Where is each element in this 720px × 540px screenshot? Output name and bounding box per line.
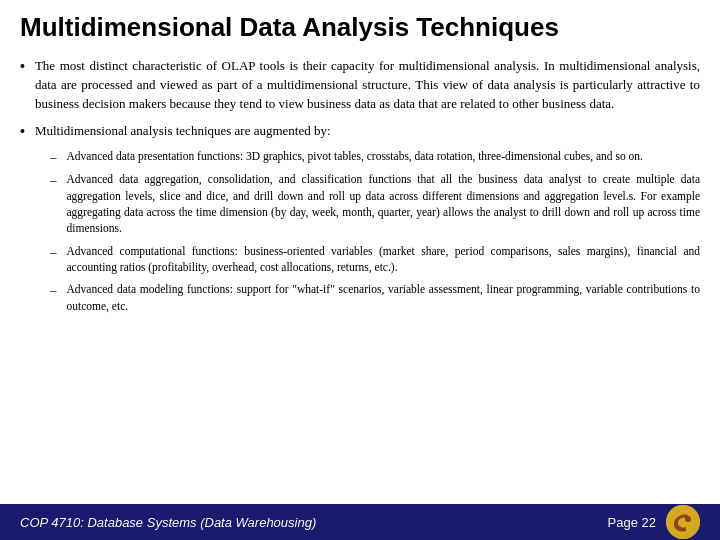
svg-point-0	[666, 505, 700, 539]
footer-logo	[666, 505, 700, 539]
sub-bullet-3: –Advanced computational functions: busin…	[50, 243, 700, 276]
sub-bullet-3-text: Advanced computational functions: busine…	[67, 243, 701, 276]
sub-bullet-3-dash: –	[50, 244, 57, 260]
svg-point-1	[685, 516, 691, 522]
logo-svg	[666, 505, 700, 539]
footer: COP 4710: Database Systems (Data Warehou…	[0, 504, 720, 540]
sub-bullet-2: –Advanced data aggregation, consolidatio…	[50, 171, 700, 236]
footer-right-group: Page 22	[608, 505, 700, 539]
bullet-2: • Multidimensional analysis techniques a…	[20, 122, 700, 141]
bullet-1-text: The most distinct characteristic of OLAP…	[35, 57, 700, 114]
bullet-1-dot: •	[20, 59, 25, 75]
sub-bullet-4-text: Advanced data modeling functions: suppor…	[67, 281, 701, 314]
footer-page: Page 22	[608, 515, 656, 530]
bullet-1: • The most distinct characteristic of OL…	[20, 57, 700, 114]
sub-bullets: –Advanced data presentation functions: 3…	[50, 148, 700, 314]
sub-bullet-1-text: Advanced data presentation functions: 3D…	[67, 148, 643, 164]
sub-bullet-1-dash: –	[50, 149, 57, 165]
bullet-2-text: Multidimensional analysis techniques are…	[35, 122, 331, 141]
sub-bullet-4: –Advanced data modeling functions: suppo…	[50, 281, 700, 314]
sub-bullet-2-text: Advanced data aggregation, consolidation…	[67, 171, 701, 236]
slide-container: Multidimensional Data Analysis Technique…	[0, 0, 720, 540]
sub-bullet-2-dash: –	[50, 172, 57, 188]
bullet-2-dot: •	[20, 124, 25, 140]
footer-left-text: COP 4710: Database Systems (Data Warehou…	[20, 515, 316, 530]
footer-content: COP 4710: Database Systems (Data Warehou…	[20, 505, 700, 539]
slide-title: Multidimensional Data Analysis Technique…	[20, 12, 559, 42]
title-bar: Multidimensional Data Analysis Technique…	[0, 0, 720, 51]
content-area: • The most distinct characteristic of OL…	[0, 51, 720, 504]
sub-bullet-1: –Advanced data presentation functions: 3…	[50, 148, 700, 165]
sub-bullet-4-dash: –	[50, 282, 57, 298]
